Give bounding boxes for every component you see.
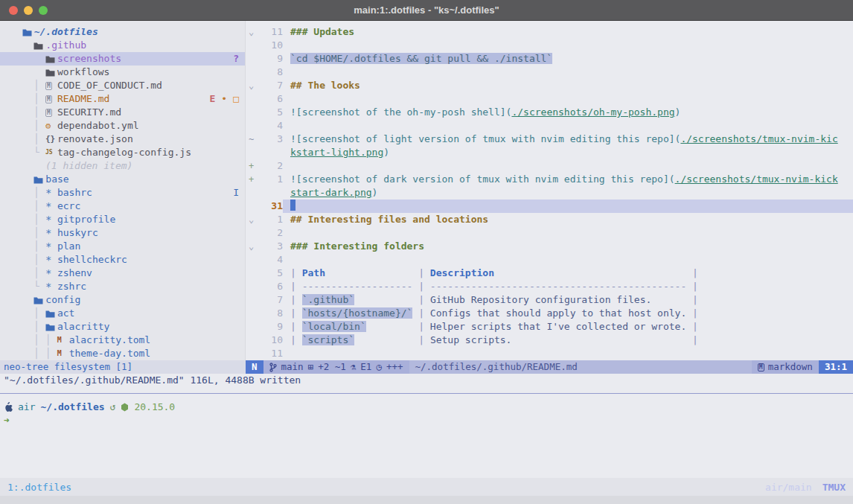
toml-icon: M xyxy=(57,334,69,347)
editor-line[interactable]: 10 xyxy=(246,39,853,52)
line-content: ![screenshot of the oh-my-posh shell](./… xyxy=(283,106,853,119)
tree-item-code-of-conduct-md[interactable]: │ MCODE_OF_CONDUCT.md xyxy=(0,79,245,92)
close-button[interactable] xyxy=(9,6,18,15)
minimize-button[interactable] xyxy=(24,6,33,15)
tree-item-1-hidden-item[interactable]: (1 hidden item) xyxy=(0,159,245,173)
editor-line[interactable]: start-dark.png) xyxy=(246,186,853,200)
text-span xyxy=(651,294,686,305)
cursor-mark: I xyxy=(233,186,239,200)
folder-icon xyxy=(45,310,57,318)
markdown-link[interactable]: start-dark.png xyxy=(290,187,372,198)
tree-item-dependabot-yml[interactable]: │ ⚙dependabot.yml xyxy=(0,119,245,133)
markdown-link[interactable]: ./screenshots/tmux-nvim-kic xyxy=(680,133,837,144)
line-number: 7 xyxy=(258,79,283,92)
tree-item-base[interactable]: base xyxy=(0,173,245,186)
editor-line[interactable]: 5| Path | Description | xyxy=(246,267,853,280)
window-title: main:1:.dotfiles - "ks~/.dotfiles" xyxy=(354,4,499,16)
line-content: | `hosts/{hostname}/` | Configs that sho… xyxy=(283,307,853,320)
editor-line[interactable]: 8| `hosts/{hostname}/` | Configs that sh… xyxy=(246,307,853,320)
dotfile-icon: * xyxy=(45,253,57,267)
editor-line[interactable]: +1![screenshot of dark version of tmux w… xyxy=(246,173,853,186)
tree-guide: │ │ xyxy=(10,347,57,360)
line-number: 9 xyxy=(258,52,283,66)
tree-guide: │ xyxy=(10,106,45,119)
fold-marker-icon[interactable]: ⌄ xyxy=(246,240,258,253)
editor-line[interactable]: 4 xyxy=(246,119,853,133)
text-span: | xyxy=(686,321,698,332)
editor-line[interactable]: 11 xyxy=(246,347,853,360)
tree-item-huskyrc[interactable]: │ *huskyrc xyxy=(0,226,245,240)
tmux-pane-bottom[interactable]: air ~/.dotfiles ↺ 20.15.0 ➜ xyxy=(0,387,853,478)
text-span xyxy=(511,334,686,345)
editor-line[interactable]: 6| ------------------- | ---------------… xyxy=(246,280,853,293)
text-span: ------------------- xyxy=(302,281,413,292)
markdown-link[interactable]: kstart-light.png xyxy=(290,147,383,158)
tree-item-label: tag-changelog-config.js xyxy=(57,146,191,159)
editor-line[interactable]: kstart-light.png) xyxy=(246,146,853,159)
gutter-space xyxy=(246,106,258,119)
tree-item-label: ~/.dotfiles xyxy=(34,25,98,39)
fold-marker-icon[interactable]: ⌄ xyxy=(246,213,258,226)
editor-line[interactable]: ⌄1## Interesting files and locations xyxy=(246,213,853,226)
tree-item-zshenv[interactable]: │ *zshenv xyxy=(0,267,245,280)
folder-icon xyxy=(22,28,34,36)
editor-line[interactable]: 8 xyxy=(246,66,853,79)
editor-line[interactable]: 9| `local/bin` | Helper scripts that I'v… xyxy=(246,320,853,334)
tree-guide: │ xyxy=(10,267,45,280)
tree-item-readme-md[interactable]: │ MREADME.mdE•□ xyxy=(0,92,245,106)
gutter-space xyxy=(246,280,258,293)
tree-item-workflows[interactable]: workflows xyxy=(0,66,245,79)
tree-item-shellcheckrc[interactable]: │ *shellcheckrc xyxy=(0,253,245,267)
apple-icon xyxy=(4,402,13,412)
tree-item-github[interactable]: .github xyxy=(0,39,245,52)
tree-item-alacritty-toml[interactable]: │ │ Malacritty.toml xyxy=(0,334,245,347)
unstaged-badge: □ xyxy=(233,92,239,106)
tree-item-dotfiles[interactable]: ~/.dotfiles xyxy=(0,25,245,39)
editor-line[interactable]: +2 xyxy=(246,159,853,173)
editor-line[interactable]: 5![screenshot of the oh-my-posh shell](.… xyxy=(246,106,853,119)
tmux-window-label[interactable]: 1:.dotfiles xyxy=(7,482,71,493)
tree-item-ecrc[interactable]: │ *ecrc xyxy=(0,200,245,213)
editor-line[interactable]: ~3![screenshot of light version of tmux … xyxy=(246,133,853,146)
fold-marker-icon[interactable]: ⌄ xyxy=(246,79,258,92)
editor-line[interactable]: 7| `.github` | GitHub Repository configu… xyxy=(246,293,853,307)
tree-guide: │ xyxy=(10,200,45,213)
markdown-link[interactable]: ./screenshots/tmux-nvim-kick xyxy=(675,173,838,185)
tree-item-plan[interactable]: │ *plan xyxy=(0,240,245,253)
tree-item-theme-day-toml[interactable]: │ │ Mtheme-day.toml xyxy=(0,347,245,360)
folder-icon xyxy=(45,55,57,63)
tmux-pane-divider[interactable] xyxy=(0,393,853,394)
tree-item-alacritty[interactable]: │ alacritty xyxy=(0,320,245,334)
editor-line[interactable]: 10| `scripts` | Setup scripts. | xyxy=(246,334,853,347)
fold-marker-icon[interactable]: ⌄ xyxy=(246,25,258,39)
line-content xyxy=(283,92,853,106)
dotfile-icon: * xyxy=(45,186,57,200)
editor-line[interactable]: ⌄7## The looks xyxy=(246,79,853,92)
editor-line[interactable]: 9`cd $HOME/.dotfiles && git pull && ./in… xyxy=(246,52,853,66)
tmux-session-label: air/main xyxy=(765,482,812,493)
traffic-lights xyxy=(9,0,48,21)
tree-item-security-md[interactable]: │ MSECURITY.md xyxy=(0,106,245,119)
markdown-link[interactable]: ./screenshots/oh-my-posh.png xyxy=(511,106,674,118)
editor-line[interactable]: 6 xyxy=(246,92,853,106)
editor-line[interactable]: ⌄11### Updates xyxy=(246,25,853,39)
zoom-button[interactable] xyxy=(39,6,48,15)
editor-line[interactable]: 4 xyxy=(246,253,853,267)
gutter-space xyxy=(246,92,258,106)
tree-item-bashrc[interactable]: │ *bashrcI xyxy=(0,186,245,200)
cursor-position: 31:1 xyxy=(819,360,853,374)
tmux-status-right: air/main TMUX xyxy=(765,482,846,493)
text-span: `local/bin` xyxy=(302,321,366,332)
tree-item-zshrc[interactable]: └ *zshrc xyxy=(0,280,245,293)
tree-item-config[interactable]: config xyxy=(0,293,245,307)
tree-item-tag-changelog-config-js[interactable]: └ JStag-changelog-config.js xyxy=(0,146,245,159)
editor-line-current[interactable]: 31 xyxy=(246,200,853,213)
editor-line[interactable]: 2 xyxy=(246,226,853,240)
editor-line[interactable]: ⌄3### Interesting folders xyxy=(246,240,853,253)
text-span: GitHub Repository configuration files. xyxy=(430,294,651,305)
tree-item-screenshots[interactable]: screenshots? xyxy=(0,52,245,66)
tree-item-act[interactable]: │ act xyxy=(0,307,245,320)
tree-item-renovate-json[interactable]: │ {}renovate.json xyxy=(0,133,245,146)
text-span: | xyxy=(290,267,302,278)
tree-item-gitprofile[interactable]: │ *gitprofile xyxy=(0,213,245,226)
